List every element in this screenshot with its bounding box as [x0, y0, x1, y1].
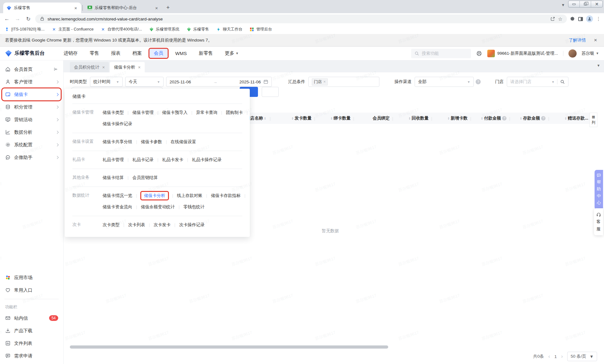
col-header-绑卡数量[interactable]: ▲▼绑卡数量|	[316, 115, 355, 121]
learn-more-link[interactable]: 了解详情	[569, 37, 586, 43]
sidebar-item-产品下载[interactable]: 产品下载	[0, 324, 63, 337]
col-header-赠送存款...[interactable]: ▲▼赠送存款...	[551, 115, 590, 121]
sidebar-item-营销活动[interactable]: 营销活动	[0, 113, 63, 126]
col-header-存款金额[interactable]: ▲▼存款金额?|	[512, 115, 551, 121]
store-search-icon[interactable]	[560, 79, 565, 84]
window-minimize-button[interactable]	[568, 1, 580, 7]
bookmark-star-icon[interactable]: ☆	[558, 16, 562, 22]
sidebar-item-常用入口[interactable]: 常用入口	[0, 284, 63, 296]
user-menu[interactable]: 苏尔银 ▼	[582, 51, 599, 56]
menu-link-礼品卡记录[interactable]: 礼品卡记录	[132, 157, 154, 163]
window-restore-button[interactable]	[580, 1, 591, 7]
share-icon[interactable]	[550, 16, 555, 21]
sidebar-item-系统配置[interactable]: 系统配置	[0, 138, 63, 151]
sort-icon[interactable]: ▲▼	[565, 117, 567, 120]
summary-select[interactable]: 门店×	[308, 77, 379, 87]
menu-link-储值余额变动统计[interactable]: 储值余额变动统计	[141, 204, 175, 210]
side-panel-icon[interactable]	[578, 17, 583, 21]
page-tab-储值卡分析[interactable]: 储值卡分析×	[110, 62, 145, 72]
menu-link-在线储值设置[interactable]: 在线储值设置	[171, 139, 196, 145]
sidebar-item-站内信[interactable]: 站内信54	[0, 312, 63, 324]
col-header-付款金额[interactable]: ▲▼付款金额?|	[473, 115, 512, 121]
page-tab-close-icon[interactable]: ×	[138, 65, 141, 70]
topnav-item-报表[interactable]: 报表	[107, 49, 125, 58]
topnav-item-新零售[interactable]: 新零售	[194, 49, 217, 58]
menu-link-储值卡参数[interactable]: 储值卡参数	[141, 139, 162, 145]
tab-list-chevron-icon[interactable]: ▼	[597, 64, 600, 67]
col-header-发卡数量[interactable]: ▲▼发卡数量|	[277, 115, 316, 121]
menu-link-异常卡查询[interactable]: 异常卡查询	[196, 110, 217, 115]
menu-link-储值卡情况一览[interactable]: 储值卡情况一览	[103, 193, 132, 199]
topnav-item-进销存[interactable]: 进销存	[59, 49, 82, 58]
user-avatar[interactable]	[568, 49, 577, 58]
menu-link-次卡列表[interactable]: 次卡列表	[128, 222, 145, 228]
address-bar[interactable]: sharec.lemengcloud.com/crm/stored-value-…	[35, 14, 567, 23]
menu-link-次卡类型[interactable]: 次卡类型	[103, 222, 120, 228]
menu-link-线上存款对账[interactable]: 线上存款对账	[177, 193, 202, 199]
prev-page-icon[interactable]: ‹	[548, 354, 550, 359]
sidebar-item-数据分析[interactable]: 数据分析	[0, 126, 63, 138]
menu-link-储值卡分析[interactable]: 储值卡分析	[140, 191, 169, 200]
back-icon[interactable]: ←	[3, 16, 11, 22]
page-tab-会员积分统计[interactable]: 会员积分统计×	[70, 62, 109, 72]
col-header-回收数量[interactable]: ▲▼回收数量|	[394, 115, 433, 121]
topnav-item-WMS[interactable]: WMS	[171, 49, 191, 58]
sort-icon[interactable]: ▲▼	[448, 117, 450, 120]
bookmark-item[interactable]: 乐檬零售	[186, 27, 209, 32]
sort-icon[interactable]: ▲▼	[264, 117, 266, 120]
topnav-item-零售[interactable]: 零售	[85, 49, 103, 58]
topnav-item-更多[interactable]: 更多▼	[221, 49, 243, 58]
reset-button[interactable]	[262, 87, 279, 97]
bookmark-item[interactable]: ✕自管代理400电话/...	[100, 27, 142, 32]
store-select[interactable]: 请选择门店▼	[507, 77, 568, 87]
menu-link-零钱包统计[interactable]: 零钱包统计	[183, 204, 205, 210]
date-range-picker[interactable]: 2025-11-06 → 2025-11-06	[166, 77, 272, 87]
info-icon[interactable]: ?	[502, 116, 506, 120]
sort-icon[interactable]: ▲▼	[481, 117, 483, 120]
menu-link-次卡操作记录[interactable]: 次卡操作记录	[179, 222, 204, 228]
browser-tab[interactable]: 乐檬零售×	[3, 3, 81, 13]
menu-link-次卡发卡[interactable]: 次卡发卡	[154, 222, 171, 228]
bookmark-item[interactable]: 乐檬管理系统	[149, 27, 179, 32]
sidebar-item-需求申请[interactable]: 需求申请	[0, 350, 63, 362]
browser-tab[interactable]: 乐檬零售帮助中心-后台×	[84, 3, 162, 13]
sidebar-item-企微助手[interactable]: 企微助手	[0, 151, 63, 164]
sort-icon[interactable]: ▲▼	[331, 117, 333, 120]
col-header-新增卡数[interactable]: ▲▼新增卡数|	[433, 115, 473, 121]
menu-link-储值卡资金流向[interactable]: 储值卡资金流向	[103, 204, 132, 210]
new-tab-button[interactable]: +	[164, 3, 172, 12]
time-type-select[interactable]: 统计时间▼	[90, 77, 123, 87]
tab-search-chevron-icon[interactable]: ▼	[561, 3, 565, 7]
sidebar-item-文件列表[interactable]: 文件列表	[0, 337, 63, 350]
menu-link-礼品卡管理[interactable]: 礼品卡管理	[103, 157, 124, 163]
function-search-input[interactable]: 搜索功能	[411, 49, 471, 58]
menu-link-会员营销结算[interactable]: 会员营销结算	[132, 175, 158, 181]
sidebar-item-积分管理[interactable]: 积分管理	[0, 101, 63, 113]
summary-tag[interactable]: 门店×	[312, 78, 328, 86]
menu-link-团购制卡[interactable]: 团购制卡	[226, 110, 243, 115]
store-switcher[interactable]: 99661-新界面果蔬版测试-管理...	[487, 50, 558, 57]
topnav-item-会员[interactable]: 会员	[149, 49, 168, 58]
menu-link-储值卡操作记录[interactable]: 储值卡操作记录	[103, 121, 132, 127]
next-page-icon[interactable]: ›	[561, 354, 563, 359]
customer-service-float-button[interactable]: 客服	[594, 208, 603, 235]
help-question-icon[interactable]: ?	[476, 79, 481, 84]
menu-link-储值卡类型[interactable]: 储值卡类型	[103, 110, 124, 115]
printer-icon[interactable]	[476, 50, 482, 57]
current-page[interactable]: 1	[554, 354, 557, 359]
bookmark-item[interactable]: ✕主页面 - Confluence	[52, 27, 94, 32]
menu-link-储值卡管理[interactable]: 储值卡管理	[132, 110, 154, 115]
help-center-float-button[interactable]: 帮助中心	[595, 170, 603, 209]
browser-profile-avatar[interactable]	[586, 15, 593, 22]
banner-close-icon[interactable]: ×	[594, 37, 597, 43]
sidebar-item-会员首页[interactable]: 会员首页	[0, 63, 63, 76]
sort-icon[interactable]: ▲▼	[409, 117, 411, 120]
sidebar-item-应用市场[interactable]: 应用市场	[0, 271, 63, 284]
col-header-会员绑定[interactable]: 会员绑定|	[355, 115, 394, 121]
bookmark-item[interactable]: 管理后台	[249, 27, 272, 32]
column-settings-button[interactable]: ▦ 列	[590, 113, 597, 127]
sort-icon[interactable]: ▲▼	[520, 117, 522, 120]
bookmark-item[interactable]: [ITS-1087820] 唯...	[4, 27, 45, 32]
horizontal-scrollbar[interactable]	[70, 345, 388, 349]
tab-close-icon[interactable]: ×	[154, 5, 159, 11]
